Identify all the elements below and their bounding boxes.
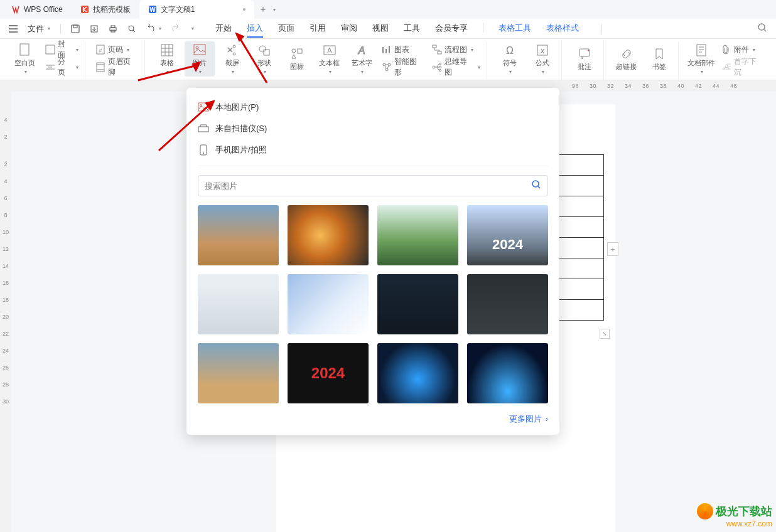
mobile-photo-option[interactable]: 手机图片/拍照 bbox=[198, 139, 548, 161]
menu-view[interactable]: 视图 bbox=[372, 23, 389, 35]
local-picture-icon bbox=[198, 102, 209, 113]
tab-wps-office[interactable]: WPS Office bbox=[3, 0, 72, 19]
stock-image-thumb[interactable] bbox=[288, 343, 369, 403]
menu-tablestyle[interactable]: 表格样式 bbox=[546, 23, 579, 35]
bookmark-button[interactable]: 书签 bbox=[644, 41, 674, 77]
svg-point-29 bbox=[388, 63, 391, 66]
mindmap-button[interactable]: 思维导图▾ bbox=[429, 59, 483, 75]
flowchart-button[interactable]: 流程图▾ bbox=[429, 41, 483, 58]
hamburger-icon[interactable] bbox=[9, 25, 18, 33]
screenshot-button[interactable]: 截屏▾ bbox=[217, 41, 247, 77]
svg-rect-17 bbox=[194, 45, 205, 55]
save-icon[interactable] bbox=[71, 24, 80, 33]
svg-text:A: A bbox=[358, 45, 365, 56]
menu-review[interactable]: 审阅 bbox=[341, 23, 357, 35]
svg-rect-31 bbox=[433, 45, 436, 48]
stock-image-thumb[interactable] bbox=[467, 274, 548, 334]
docpart-button[interactable]: 文档部件▾ bbox=[686, 41, 716, 77]
attach-button[interactable]: 附件▾ bbox=[719, 41, 766, 58]
dropcap-button[interactable]: A首字下沉 bbox=[719, 59, 766, 75]
new-tab-more-icon[interactable]: ▾ bbox=[273, 7, 276, 13]
svg-point-23 bbox=[292, 49, 296, 53]
chevron-right-icon: › bbox=[546, 414, 548, 423]
redo-button[interactable] bbox=[171, 25, 180, 33]
smartart-button[interactable]: 智能图形 bbox=[379, 59, 426, 75]
stock-image-thumb[interactable] bbox=[377, 343, 458, 403]
watermark: 极光下载站 www.xz7.com bbox=[697, 503, 772, 528]
pagenum-icon: # bbox=[95, 45, 105, 55]
textbox-button[interactable]: A文本框▾ bbox=[315, 41, 345, 77]
cover-button[interactable]: 封面▾ bbox=[43, 41, 82, 58]
pagebreak-button[interactable]: 分页▾ bbox=[43, 59, 82, 75]
export-icon[interactable] bbox=[90, 24, 99, 33]
menu-page[interactable]: 页面 bbox=[278, 23, 294, 35]
menu-ref[interactable]: 引用 bbox=[310, 23, 326, 35]
stock-image-thumb[interactable] bbox=[377, 205, 458, 265]
local-picture-option[interactable]: 本地图片(P) bbox=[198, 97, 548, 118]
tab-document[interactable]: W 文字文稿1 • bbox=[139, 0, 255, 19]
customize-qat-icon[interactable]: ▾ bbox=[191, 26, 194, 31]
stock-image-thumb[interactable] bbox=[198, 274, 279, 334]
print-icon[interactable] bbox=[109, 24, 117, 33]
screenshot-icon bbox=[225, 43, 239, 57]
scanner-label: 来自扫描仪(S) bbox=[215, 123, 267, 134]
headerfooter-button[interactable]: 页眉页脚 bbox=[93, 59, 140, 75]
stock-image-thumb[interactable] bbox=[467, 205, 548, 265]
doc-icon: W bbox=[148, 5, 157, 14]
menu-member[interactable]: 会员专享 bbox=[435, 23, 468, 35]
local-picture-label: 本地图片(P) bbox=[215, 102, 259, 113]
more-images-link[interactable]: 更多图片› bbox=[198, 413, 548, 425]
svg-point-34 bbox=[439, 63, 441, 65]
file-menu[interactable]: 文件▾ bbox=[28, 23, 50, 35]
menu-start[interactable]: 开始 bbox=[215, 23, 232, 35]
formula-button[interactable]: x公式▾ bbox=[527, 41, 558, 77]
table-button[interactable]: 表格▾ bbox=[153, 41, 183, 77]
symbol-button[interactable]: Ω符号▾ bbox=[495, 41, 525, 77]
add-column-button[interactable]: ＋ bbox=[607, 242, 618, 256]
hyperlink-button[interactable]: 超链接 bbox=[612, 41, 642, 77]
image-search-box[interactable] bbox=[198, 175, 548, 196]
mindmap-icon bbox=[432, 62, 442, 72]
stock-image-thumb[interactable] bbox=[288, 205, 369, 265]
table-resize-handle[interactable]: ⤡ bbox=[600, 329, 610, 339]
scanner-option[interactable]: 来自扫描仪(S) bbox=[198, 118, 548, 139]
svg-point-28 bbox=[383, 63, 385, 66]
comment-button[interactable]: +批注 bbox=[569, 41, 600, 77]
shape-button[interactable]: 形状▾ bbox=[250, 41, 280, 77]
menu-insert[interactable]: 插入 bbox=[247, 23, 263, 38]
stock-image-thumb[interactable] bbox=[377, 274, 458, 334]
blank-page-button[interactable]: 空白页▾ bbox=[10, 41, 40, 77]
svg-rect-46 bbox=[198, 127, 208, 132]
chart-button[interactable]: 图表 bbox=[379, 41, 426, 58]
svg-rect-24 bbox=[298, 49, 302, 53]
menu-tabletool[interactable]: 表格工具 bbox=[498, 23, 531, 35]
svg-rect-0 bbox=[81, 6, 89, 13]
tab-template[interactable]: 找稻壳模板 bbox=[72, 0, 139, 19]
stock-image-thumb[interactable] bbox=[467, 343, 548, 403]
tab-dirty-icon: • bbox=[242, 4, 245, 14]
search-icon[interactable] bbox=[757, 23, 767, 35]
new-tab-button[interactable]: ＋ bbox=[254, 4, 272, 15]
image-search-input[interactable] bbox=[205, 181, 531, 191]
stock-image-thumb[interactable] bbox=[198, 343, 279, 403]
stock-image-thumb[interactable] bbox=[198, 205, 279, 265]
headerfooter-icon bbox=[95, 62, 105, 72]
search-submit-icon[interactable] bbox=[531, 179, 541, 192]
menu-tools[interactable]: 工具 bbox=[404, 23, 420, 35]
watermark-logo-icon bbox=[697, 503, 713, 519]
wordart-button[interactable]: A艺术字▾ bbox=[347, 41, 377, 77]
svg-point-9 bbox=[129, 26, 134, 31]
pagenum-button[interactable]: #页码▾ bbox=[93, 41, 140, 58]
mobile-label: 手机图片/拍照 bbox=[215, 144, 267, 156]
svg-text:+: + bbox=[587, 48, 590, 53]
svg-point-33 bbox=[433, 66, 435, 68]
tab-label: 找稻壳模板 bbox=[93, 4, 131, 15]
undo-button[interactable]: ▾ bbox=[146, 25, 161, 33]
picture-button[interactable]: 图片▾ bbox=[185, 41, 215, 77]
stock-image-thumb[interactable] bbox=[288, 274, 369, 334]
print-preview-icon[interactable] bbox=[127, 24, 136, 33]
icon-button[interactable]: 图标 bbox=[282, 41, 312, 77]
svg-text:A: A bbox=[327, 46, 332, 54]
svg-rect-32 bbox=[438, 51, 441, 54]
chart-icon bbox=[382, 45, 392, 55]
